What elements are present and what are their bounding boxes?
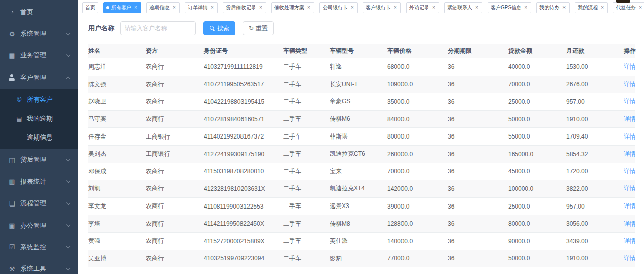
customer-name-input[interactable] (120, 21, 196, 35)
close-tab-icon[interactable]: × (350, 5, 355, 10)
content-panel: 用户名称 搜索 ↻ 重置 姓名资方身份证号车辆类型车辆型号车辆价格分期期限贷款金… (78, 15, 644, 274)
sidebar-item-label: 系统工具 (20, 264, 67, 273)
table-row: 吴刘杰工商银行412724199309175190二手车凯迪拉克CT626000… (88, 146, 635, 163)
column-header-id-number: 身份证号 (204, 47, 283, 55)
cell-loan-amount: 165000.0 (508, 151, 566, 158)
cell-funder: 农商行 (146, 184, 204, 193)
sidebar-item-my-overdue[interactable]: ▤我的逾期 (0, 109, 78, 128)
cell-vehicle-model: 凯迪拉克CT6 (330, 150, 387, 158)
tab-home[interactable]: 首页 (82, 2, 98, 13)
close-tab-icon[interactable]: × (600, 5, 605, 10)
cell-vehicle-type: 二手车 (283, 184, 330, 193)
close-tab-icon[interactable]: × (474, 5, 479, 10)
cell-id-number: 411503198708280010 (204, 168, 283, 175)
sidebar-item-report-stats[interactable]: ▥报表统计 (0, 171, 78, 192)
tab-my-todo[interactable]: 我的待办× (536, 2, 570, 13)
toolbox-icon: ⚒ (8, 265, 16, 273)
sidebar-item-system-mgmt[interactable]: ⚙系统管理 (0, 23, 78, 44)
detail-link[interactable]: 详情 (624, 150, 635, 157)
sidebar-item-system-tools[interactable]: ⚒系统工具 (0, 258, 78, 274)
table-row: 陈文强农商行410721199505263517二手车长安UNI-T109000… (88, 76, 635, 94)
detail-link[interactable]: 详情 (624, 237, 635, 244)
tab-overdue-info[interactable]: 逾期信息× (146, 2, 180, 13)
cell-vehicle-price: 140000.0 (387, 238, 448, 245)
tab-visit-records[interactable]: 外访记录× (406, 2, 439, 13)
detail-link[interactable]: 详情 (624, 133, 635, 140)
detail-link[interactable]: 详情 (624, 81, 635, 88)
detail-link[interactable]: 详情 (624, 220, 635, 227)
cell-term: 36 (448, 133, 508, 140)
search-button[interactable]: 搜索 (203, 21, 235, 35)
cell-name: 陈文强 (88, 80, 146, 89)
close-tab-icon[interactable]: × (431, 5, 436, 10)
sidebar-item-home[interactable]: ◔首页 (0, 1, 78, 23)
sidebar-item-post-loan-mgmt[interactable]: ◫贷后管理 (0, 149, 78, 171)
close-tab-icon[interactable]: × (561, 5, 567, 10)
sidebar-item-customer-mgmt[interactable]: 客户管理 (0, 66, 78, 88)
avatar-cutoff[interactable] (616, 0, 630, 3)
cell-id-number: 41152720000215809X (204, 238, 283, 245)
tab-label: 客户GPS信息 (491, 4, 521, 11)
cell-monthly-payment: 957.00 (566, 203, 624, 210)
detail-link[interactable]: 详情 (624, 185, 635, 192)
close-tab-icon[interactable]: × (638, 5, 643, 10)
table-row: 吴亚博农商行410325199709223094二手车影豹77000.03650… (88, 250, 635, 268)
cell-monthly-payment: 2676.00 (566, 81, 624, 88)
detail-link[interactable]: 详情 (624, 63, 635, 70)
search-form: 用户名称 搜索 ↻ 重置 (88, 21, 635, 35)
cell-vehicle-type: 二手车 (283, 254, 330, 263)
cell-vehicle-price: 142000.0 (387, 185, 448, 192)
cell-loan-amount: 100000.0 (508, 185, 566, 192)
reset-button[interactable]: ↻ 重置 (243, 21, 274, 35)
sidebar-item-process-mgmt[interactable]: ❏流程管理 (0, 193, 78, 215)
detail-link[interactable]: 详情 (624, 115, 635, 122)
cell-vehicle-model: 传祺M8 (330, 220, 387, 228)
close-tab-icon[interactable]: × (523, 5, 528, 10)
tab-my-process[interactable]: 我的流程× (575, 2, 608, 13)
close-tab-icon[interactable]: × (210, 5, 215, 10)
detail-link[interactable]: 详情 (624, 168, 635, 175)
cell-vehicle-type: 二手车 (283, 150, 330, 158)
cell-vehicle-type: 二手车 (283, 132, 330, 141)
sidebar-item-system-monitor[interactable]: ☑系统监控 (0, 236, 78, 258)
cell-id-number: 410728198406160571 (204, 116, 283, 123)
sidebar-item-overdue-info[interactable]: 逾期信息 (0, 128, 78, 147)
table-row: 李文龙农商行411081199003122553二手车远景X339000.036… (88, 198, 635, 216)
cell-actions: 详情 (624, 184, 635, 193)
sidebar-item-label: 客户管理 (20, 73, 67, 82)
cell-actions: 详情 (624, 220, 635, 228)
close-tab-icon[interactable]: × (133, 5, 138, 10)
tab-all-customers[interactable]: 所有客户× (103, 2, 141, 13)
tab-sign-tasks[interactable]: 代签任务× (613, 2, 644, 13)
cell-term: 36 (448, 255, 508, 262)
sidebar-item-office-mgmt[interactable]: ▣办公管理 (0, 215, 78, 236)
cell-monthly-payment: 3439.00 (566, 238, 624, 245)
active-tab-dot (106, 6, 109, 9)
tab-customer-bank-card[interactable]: 客户银行卡× (363, 2, 401, 13)
detail-link[interactable]: 详情 (624, 202, 635, 210)
tab-post-loan-collection-records[interactable]: 贷后催收记录× (223, 2, 266, 13)
chevron-down-icon (66, 31, 70, 35)
tab-company-bank-card[interactable]: 公司银行卡× (319, 2, 358, 13)
sidebar-item-business-mgmt[interactable]: ▦业务管理 (0, 45, 78, 66)
tab-label: 所有客户 (111, 4, 131, 11)
cell-funder: 农商行 (146, 115, 204, 123)
close-tab-icon[interactable]: × (258, 5, 263, 10)
tab-collection-plan[interactable]: 催收处理方案× (271, 2, 314, 13)
sidebar-item-all-customers[interactable]: ©所有客户 (0, 91, 78, 109)
tab-customer-gps-info[interactable]: 客户GPS信息× (488, 2, 531, 13)
tab-emergency-contacts[interactable]: 紧急联系人× (444, 2, 482, 13)
sidebar-item-label: 流程管理 (20, 199, 67, 208)
chevron-down-icon (66, 179, 70, 183)
close-tab-icon[interactable]: × (306, 5, 311, 10)
cell-loan-amount: 50000.0 (508, 116, 566, 123)
detail-link[interactable]: 详情 (624, 98, 635, 105)
tab-order-detail[interactable]: 订单详情× (185, 2, 218, 13)
cell-vehicle-model: 长安UNI-T (330, 80, 387, 89)
close-tab-icon[interactable]: × (172, 5, 177, 10)
close-tab-icon[interactable]: × (393, 5, 398, 10)
table-row: 赵晓卫农商行410422198803195415二手车帝豪GS35000.036… (88, 93, 635, 111)
cell-vehicle-price: 128800.0 (387, 220, 448, 227)
detail-link[interactable]: 详情 (624, 255, 635, 262)
cell-monthly-payment: 957.00 (566, 98, 624, 105)
